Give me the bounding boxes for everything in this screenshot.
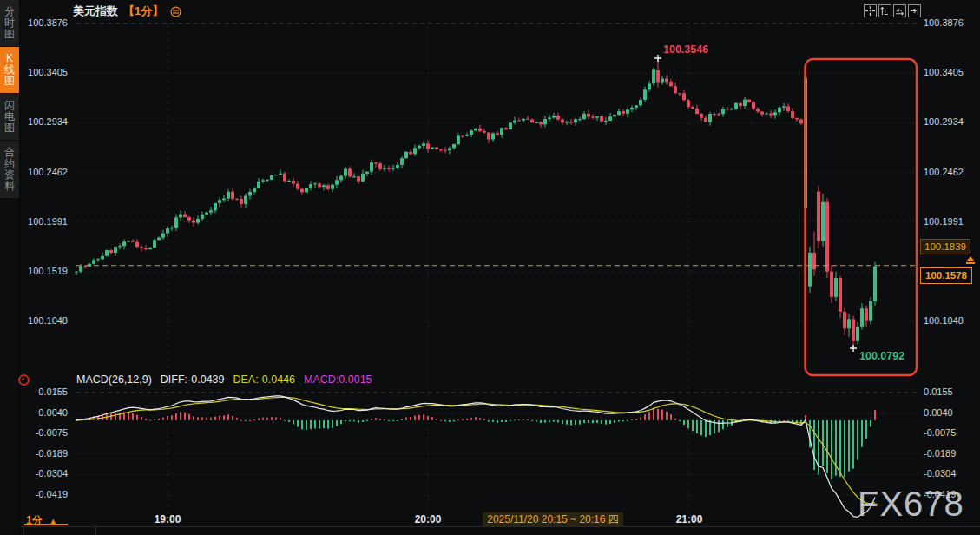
time-axis-button[interactable] <box>893 4 906 17</box>
trading-app: 分 时 图K 线 图闪 电 图合 约 资 料 美元指数 【1分】 <box>0 0 980 535</box>
go-to-latest-button[interactable] <box>908 4 921 17</box>
interval-badge: 【1分】 <box>123 3 163 19</box>
bottom-strip <box>0 526 980 535</box>
watermark: FX678 <box>858 485 964 524</box>
sidebar-tab-0[interactable]: 分 时 图 <box>0 0 19 47</box>
chart-toolbar <box>864 4 921 17</box>
high-price-label: 100.3546 <box>663 43 708 56</box>
interval-selector[interactable]: 1分▲ <box>26 513 57 528</box>
price-chart[interactable] <box>0 0 980 535</box>
record-dot-icon <box>18 374 30 386</box>
header: 美元指数 【1分】 <box>73 3 181 19</box>
low-price-label: 100.0792 <box>859 350 904 362</box>
sidebar-tab-1[interactable]: K 线 图 <box>0 47 19 94</box>
page-title: 美元指数 <box>73 3 118 19</box>
upper-price-badge: 100.1839 <box>920 239 970 254</box>
macd-dea-value: DEA:-0.0446 <box>233 373 295 386</box>
macd-diff-value: DIFF:-0.0439 <box>161 373 225 386</box>
crosshair-move-button[interactable] <box>864 4 877 17</box>
macd-params: MACD(26,12,9) <box>76 373 152 386</box>
macd-hist-value: MACD:0.0015 <box>304 373 372 386</box>
sidebar: 分 时 图K 线 图闪 电 图合 约 资 料 <box>0 0 20 535</box>
sidebar-tab-3[interactable]: 合 约 资 料 <box>0 141 19 199</box>
current-price-badge: 100.1578 <box>920 268 972 284</box>
selected-time-range: 2025/11/20 20:15 ~ 20:16 四 <box>483 512 623 526</box>
sidebar-tab-2[interactable]: 闪 电 图 <box>0 94 19 141</box>
price-axis-button[interactable] <box>878 4 891 17</box>
chart-settings-icon[interactable] <box>170 6 181 17</box>
latest-price-marker-icon[interactable] <box>966 256 975 261</box>
macd-legend: MACD(26,12,9) DIFF:-0.0439 DEA:-0.0446 M… <box>76 373 372 386</box>
interval-active-underline <box>24 524 68 525</box>
